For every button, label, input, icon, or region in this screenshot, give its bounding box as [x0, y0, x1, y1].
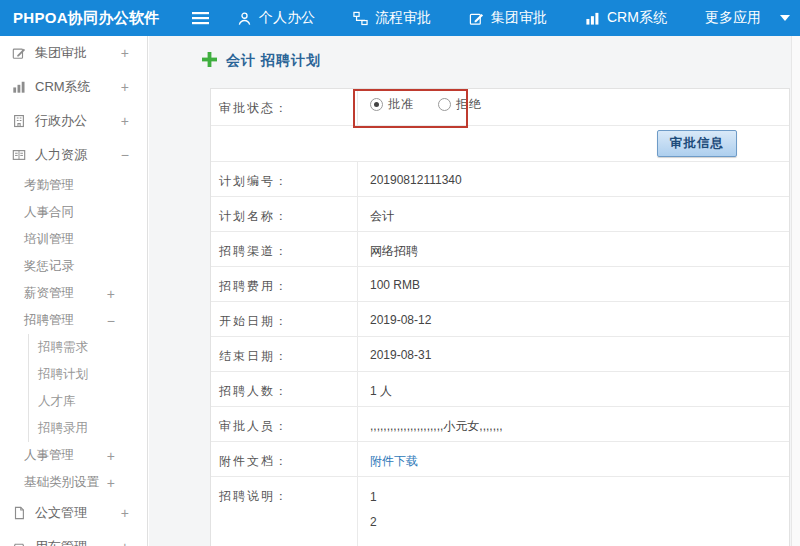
- nav-process-approval[interactable]: 流程审批: [353, 9, 431, 27]
- detail-row-approvers: 审批人员： ,,,,,,,,,,,,,,,,,,,,,,小元女,,,,,,,: [211, 407, 789, 442]
- page-title-row: 会计 招聘计划: [202, 52, 321, 70]
- field-label: 审批人员：: [211, 407, 358, 441]
- topbar: PHPOA协同办公软件 个人办公 流程审批 集团审批 CRM系统: [0, 0, 800, 36]
- sidebar-item-documents[interactable]: 公文管理 +: [0, 496, 147, 530]
- field-label: 附件文档：: [211, 442, 358, 476]
- top-nav: 个人办公 流程审批 集团审批 CRM系统 更多应用: [237, 9, 790, 27]
- caret-down-icon: [780, 15, 790, 21]
- nav-label: 更多应用: [705, 9, 761, 27]
- main-content: 会计 招聘计划 审批状态： 批准 拒绝 审批信息 计划编号：: [149, 36, 800, 546]
- sidebar-item-recruit-demand[interactable]: 招聘需求: [29, 334, 147, 361]
- nav-label: 个人办公: [259, 9, 315, 27]
- expand-toggle[interactable]: +: [121, 540, 129, 546]
- field-label: 招聘渠道：: [211, 232, 358, 266]
- nav-crm[interactable]: CRM系统: [585, 9, 667, 27]
- radio-approve[interactable]: 批准: [370, 96, 414, 113]
- edit-icon: [469, 11, 484, 26]
- sidebar-item-label: 招聘计划: [38, 366, 88, 383]
- nav-label: CRM系统: [607, 9, 667, 27]
- sidebar-item-training[interactable]: 培训管理: [0, 226, 147, 253]
- detail-row-plan-name: 计划名称： 会计: [211, 197, 789, 232]
- nav-label: 流程审批: [375, 9, 431, 27]
- collapse-toggle[interactable]: −: [121, 148, 129, 162]
- sidebar-item-label: 集团审批: [35, 44, 87, 62]
- sidebar-item-label: 人力资源: [35, 146, 87, 164]
- sidebar-item-admin-office[interactable]: 行政办公 +: [0, 104, 147, 138]
- sidebar-item-label: 招聘录用: [38, 420, 88, 437]
- expand-toggle[interactable]: +: [121, 506, 129, 520]
- sidebar-item-vehicle[interactable]: 用车管理 +: [0, 530, 147, 546]
- sidebar-item-label: 人事合同: [24, 204, 74, 221]
- field-value: ,,,,,,,,,,,,,,,,,,,,,,小元女,,,,,,,: [358, 407, 789, 441]
- recruitment-submenu: 招聘需求 招聘计划 人才库 招聘录用: [28, 334, 147, 442]
- open-book-icon: [12, 148, 27, 162]
- field-value: 2019-08-31: [358, 337, 789, 371]
- detail-row-plan-number: 计划编号： 20190812111340: [211, 162, 789, 197]
- expand-toggle[interactable]: +: [121, 46, 129, 60]
- sidebar-item-personnel-mgmt[interactable]: 人事管理 +: [0, 442, 147, 469]
- hamburger-menu-icon[interactable]: [192, 11, 209, 25]
- field-value: 1 人: [358, 372, 789, 406]
- vertical-scrollbar[interactable]: [791, 36, 800, 546]
- field-label: 招聘人数：: [211, 372, 358, 406]
- sidebar-item-label: 奖惩记录: [24, 258, 74, 275]
- approval-status-options: 批准 拒绝: [358, 89, 789, 125]
- field-label: 计划编号：: [211, 162, 358, 196]
- nav-more-apps[interactable]: 更多应用: [705, 9, 790, 27]
- field-value: 网络招聘: [358, 232, 789, 266]
- field-value: 1 2: [358, 477, 789, 546]
- sidebar-item-group-approval[interactable]: 集团审批 +: [0, 36, 147, 70]
- page-title: 会计 招聘计划: [226, 52, 321, 70]
- expand-toggle[interactable]: +: [107, 449, 115, 463]
- sidebar-item-rewards[interactable]: 奖惩记录: [0, 253, 147, 280]
- sidebar-item-label: 考勤管理: [24, 177, 74, 194]
- collapse-toggle[interactable]: −: [107, 314, 115, 328]
- field-label: 结束日期：: [211, 337, 358, 371]
- sidebar-item-attendance[interactable]: 考勤管理: [0, 172, 147, 199]
- sidebar-item-salary[interactable]: 薪资管理 +: [0, 280, 147, 307]
- field-label: 计划名称：: [211, 197, 358, 231]
- detail-row-recruit-description: 招聘说明： 1 2: [211, 477, 789, 546]
- document-icon: [12, 506, 27, 520]
- bar-chart-icon: [12, 80, 27, 94]
- field-value: 100 RMB: [358, 267, 789, 301]
- sidebar-item-talent-pool[interactable]: 人才库: [29, 388, 147, 415]
- approval-info-button[interactable]: 审批信息: [657, 130, 737, 157]
- sidebar: 集团审批 + CRM系统 + 行政办公 + 人力资源 − 考勤管理 人事合同 培…: [0, 36, 148, 546]
- sidebar-item-crm[interactable]: CRM系统 +: [0, 70, 147, 104]
- sidebar-item-label: 公文管理: [35, 504, 87, 522]
- radio-button[interactable]: [438, 98, 451, 111]
- attachment-download-link[interactable]: 附件下载: [370, 454, 418, 468]
- building-icon: [12, 114, 27, 128]
- sidebar-item-personnel-contract[interactable]: 人事合同: [0, 199, 147, 226]
- detail-row-recruit-channel: 招聘渠道： 网络招聘: [211, 232, 789, 267]
- app-logo[interactable]: PHPOA协同办公软件: [0, 9, 192, 28]
- radio-reject[interactable]: 拒绝: [438, 96, 482, 113]
- sidebar-item-recruit-plan[interactable]: 招聘计划: [29, 361, 147, 388]
- radio-label: 拒绝: [456, 96, 482, 113]
- radio-button-selected[interactable]: [370, 98, 383, 111]
- sidebar-item-label: 培训管理: [24, 231, 74, 248]
- expand-toggle[interactable]: +: [107, 476, 115, 490]
- sidebar-item-hr[interactable]: 人力资源 −: [0, 138, 147, 172]
- field-label: 开始日期：: [211, 302, 358, 336]
- nav-group-approval[interactable]: 集团审批: [469, 9, 547, 27]
- detail-row-start-date: 开始日期： 2019-08-12: [211, 302, 789, 337]
- bar-chart-icon: [585, 11, 600, 26]
- sidebar-item-recruit-hire[interactable]: 招聘录用: [29, 415, 147, 442]
- sidebar-item-label: 行政办公: [35, 112, 87, 130]
- person-icon: [237, 11, 252, 26]
- expand-toggle[interactable]: +: [121, 80, 129, 94]
- detail-row-end-date: 结束日期： 2019-08-31: [211, 337, 789, 372]
- field-label: 招聘费用：: [211, 267, 358, 301]
- edit-icon: [12, 46, 27, 60]
- add-icon: [202, 52, 217, 70]
- sidebar-item-recruitment[interactable]: 招聘管理 −: [0, 307, 147, 334]
- field-label: 审批状态：: [211, 89, 358, 125]
- detail-row-recruit-count: 招聘人数： 1 人: [211, 372, 789, 407]
- expand-toggle[interactable]: +: [107, 287, 115, 301]
- expand-toggle[interactable]: +: [121, 114, 129, 128]
- sidebar-item-base-category[interactable]: 基础类别设置 +: [0, 469, 147, 496]
- nav-personal-office[interactable]: 个人办公: [237, 9, 315, 27]
- field-value: 20190812111340: [358, 162, 789, 196]
